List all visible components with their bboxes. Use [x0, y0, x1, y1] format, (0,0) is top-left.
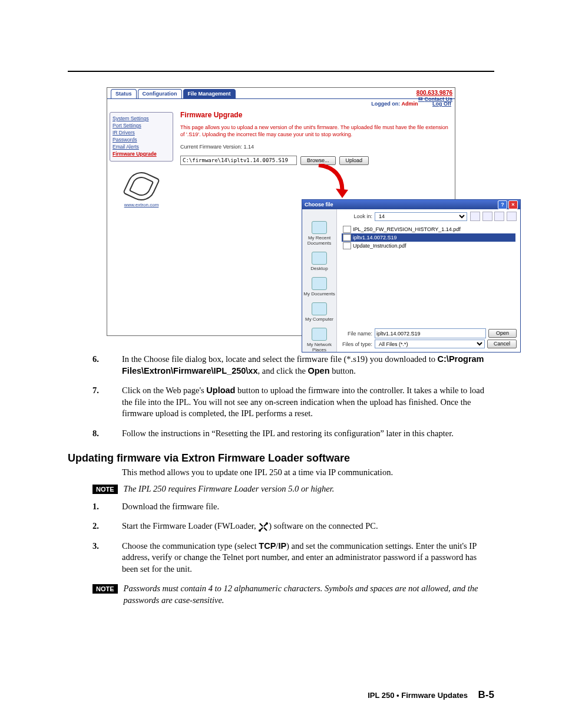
svg-point-1 — [259, 529, 261, 532]
step-number: 6. — [92, 354, 99, 364]
note-badge: NOTE — [92, 485, 118, 494]
step-number: 7. — [92, 386, 99, 395]
page-title: Firmware Upgrade — [180, 111, 450, 119]
place-my-computer[interactable]: My Computer — [302, 302, 336, 322]
dialog-close-button[interactable]: × — [508, 200, 518, 209]
sidebar-item-system-settings[interactable]: System Settings — [113, 115, 170, 122]
place-network[interactable]: My Network Places — [302, 328, 336, 353]
dialog-help-button[interactable]: ? — [498, 200, 507, 209]
logoff-link[interactable]: Log Off — [432, 101, 451, 107]
sidebar-item-passwords[interactable]: Passwords — [113, 136, 170, 143]
file-list[interactable]: IPL_250_FW_REVISION_HISTORY_1.14.pdf ipl… — [340, 223, 517, 310]
network-icon — [312, 328, 327, 341]
note-2: NOTE Passwords must contain 4 to 12 alph… — [92, 583, 494, 606]
sidebar-logo: www.extron.com — [110, 172, 173, 207]
dialog-toolbar — [470, 212, 517, 221]
file-item[interactable]: Update_Instruction.pdf — [342, 242, 515, 250]
documents-icon — [312, 277, 327, 290]
step-6: 6. In the Choose file dialog box, locate… — [68, 354, 494, 377]
logged-on-user: Admin — [401, 101, 418, 107]
step-number: 1. — [92, 502, 99, 511]
sidebar-item-email-alerts[interactable]: Email Alerts — [113, 143, 170, 150]
file-item-selected[interactable]: ipltv1.14.0072.S19 — [342, 233, 515, 242]
step-number: 2. — [92, 521, 99, 531]
pdf-icon — [343, 226, 351, 233]
fwloader-icon — [258, 522, 269, 532]
sidebar-url[interactable]: www.extron.com — [124, 202, 159, 207]
choose-file-dialog: Choose file ? × My Recent Documents Desk… — [302, 199, 521, 353]
sidebar-item-port-settings[interactable]: Port Settings — [113, 122, 170, 129]
pdf-icon — [343, 242, 351, 249]
sidebar-item-firmware-upgrade[interactable]: Firmware Upgrade — [113, 150, 170, 157]
back-icon[interactable] — [470, 212, 480, 221]
tab-status[interactable]: Status — [111, 89, 137, 98]
sidebar: System Settings Port Settings IR Drivers… — [107, 107, 176, 336]
page-description: This page allows you to upload a new ver… — [180, 124, 450, 138]
up-icon[interactable] — [482, 212, 492, 221]
webui-screenshot: Status Configuration File Management 800… — [107, 87, 455, 336]
header-bar: 800.633.9876 ✉ Contact Us Logged on: Adm… — [107, 98, 455, 107]
footer-page-number: B-5 — [478, 689, 494, 700]
note-badge: NOTE — [92, 584, 118, 594]
note-text: Passwords must contain 4 to 12 alphanume… — [124, 583, 494, 606]
desktop-icon — [312, 252, 327, 265]
file-name-input[interactable] — [375, 328, 486, 338]
cancel-button[interactable]: Cancel — [487, 340, 517, 348]
section-intro: This method allows you to update one IPL… — [122, 467, 494, 479]
logged-on-label: Logged on: — [371, 101, 400, 107]
section-heading: Updating firmware via Extron Firmware Lo… — [38, 452, 494, 465]
note-text: The IPL 250 requires Firmware Loader ver… — [124, 483, 494, 495]
step-3: 3. Choose the communication type (select… — [68, 541, 494, 575]
step-number: 3. — [92, 541, 99, 551]
folder-icon — [312, 221, 327, 234]
step-8: 8. Follow the instructions in “Resetting… — [68, 428, 494, 440]
step-2: 2. Start the Firmware Loader (FWLoader, … — [68, 521, 494, 532]
place-recent[interactable]: My Recent Documents — [302, 221, 336, 246]
new-folder-icon[interactable] — [494, 212, 504, 221]
place-my-documents[interactable]: My Documents — [302, 277, 336, 297]
look-in-label: Look in: — [340, 213, 372, 219]
main-panel: Firmware Upgrade This page allows you to… — [176, 107, 455, 336]
step-7: 7. Click on the Web page's Upload button… — [68, 385, 494, 420]
phone-number: 800.633.9876 — [416, 90, 452, 96]
look-in-select[interactable]: 14 — [375, 212, 467, 221]
svg-point-0 — [266, 522, 268, 525]
file-item[interactable]: IPL_250_FW_REVISION_HISTORY_1.14.pdf — [342, 225, 515, 233]
tab-file-management[interactable]: File Management — [183, 89, 236, 98]
callout-arrow-icon — [316, 164, 351, 199]
sidebar-item-ir-drivers[interactable]: IR Drivers — [113, 129, 170, 136]
footer-product: IPL 250 • Firmware Updates — [368, 691, 468, 700]
page-footer: IPL 250 • Firmware Updates B-5 — [68, 689, 494, 701]
file-icon — [343, 234, 351, 241]
file-name-label: File name: — [340, 331, 372, 337]
login-status: Logged on: Admin Log Off — [371, 101, 451, 107]
open-button[interactable]: Open — [488, 329, 517, 338]
views-icon[interactable] — [507, 212, 517, 221]
dialog-titlebar: Choose file ? × — [302, 200, 520, 209]
note-1: NOTE The IPL 250 requires Firmware Loade… — [92, 483, 494, 495]
top-rule — [68, 71, 494, 72]
current-version: Current Firmware Version: 1.14 — [180, 144, 450, 150]
extron-logo-icon — [123, 167, 160, 205]
place-desktop[interactable]: Desktop — [302, 252, 336, 271]
file-type-label: Files of type: — [340, 341, 372, 347]
tab-configuration[interactable]: Configuration — [138, 89, 182, 98]
step-1: 1. Download the firmware file. — [68, 501, 494, 513]
dialog-title: Choose file — [305, 200, 333, 209]
places-bar: My Recent Documents Desktop My Documents… — [302, 209, 336, 352]
file-path-input[interactable] — [180, 156, 297, 165]
file-type-select[interactable]: All Files (*.*) — [375, 340, 485, 348]
computer-icon — [312, 302, 327, 315]
tab-bar: Status Configuration File Management — [107, 88, 455, 98]
step-number: 8. — [92, 429, 99, 438]
